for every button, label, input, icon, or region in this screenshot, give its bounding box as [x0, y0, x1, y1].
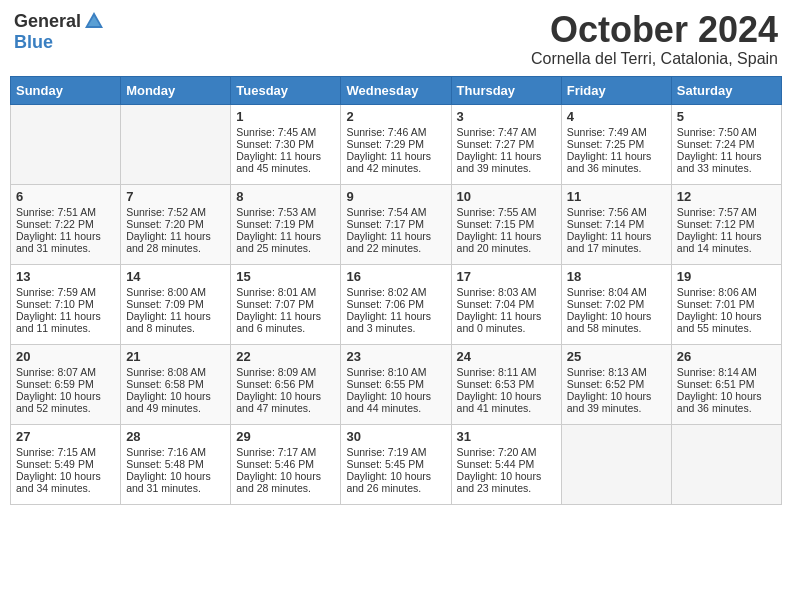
- sunrise-text: Sunrise: 8:06 AM: [677, 286, 776, 298]
- logo: General Blue: [14, 10, 105, 53]
- sunset-text: Sunset: 5:44 PM: [457, 458, 556, 470]
- sunrise-text: Sunrise: 7:53 AM: [236, 206, 335, 218]
- sunrise-text: Sunrise: 8:10 AM: [346, 366, 445, 378]
- sunrise-text: Sunrise: 7:45 AM: [236, 126, 335, 138]
- sunrise-text: Sunrise: 7:19 AM: [346, 446, 445, 458]
- calendar-cell: 19Sunrise: 8:06 AMSunset: 7:01 PMDayligh…: [671, 264, 781, 344]
- sunrise-text: Sunrise: 8:03 AM: [457, 286, 556, 298]
- daylight-text: Daylight: 11 hours and 25 minutes.: [236, 230, 335, 254]
- calendar-week-row: 20Sunrise: 8:07 AMSunset: 6:59 PMDayligh…: [11, 344, 782, 424]
- sunset-text: Sunset: 7:07 PM: [236, 298, 335, 310]
- day-number: 10: [457, 189, 556, 204]
- sunrise-text: Sunrise: 7:46 AM: [346, 126, 445, 138]
- day-number: 3: [457, 109, 556, 124]
- daylight-text: Daylight: 11 hours and 36 minutes.: [567, 150, 666, 174]
- daylight-text: Daylight: 10 hours and 28 minutes.: [236, 470, 335, 494]
- day-number: 28: [126, 429, 225, 444]
- calendar-cell: 26Sunrise: 8:14 AMSunset: 6:51 PMDayligh…: [671, 344, 781, 424]
- sunset-text: Sunset: 7:19 PM: [236, 218, 335, 230]
- daylight-text: Daylight: 11 hours and 6 minutes.: [236, 310, 335, 334]
- day-number: 19: [677, 269, 776, 284]
- sunset-text: Sunset: 6:58 PM: [126, 378, 225, 390]
- sunrise-text: Sunrise: 7:56 AM: [567, 206, 666, 218]
- calendar-cell: 16Sunrise: 8:02 AMSunset: 7:06 PMDayligh…: [341, 264, 451, 344]
- logo-general-text: General: [14, 11, 81, 32]
- day-number: 23: [346, 349, 445, 364]
- day-number: 16: [346, 269, 445, 284]
- daylight-text: Daylight: 10 hours and 49 minutes.: [126, 390, 225, 414]
- sunrise-text: Sunrise: 7:57 AM: [677, 206, 776, 218]
- calendar-week-row: 1Sunrise: 7:45 AMSunset: 7:30 PMDaylight…: [11, 104, 782, 184]
- calendar-cell: 15Sunrise: 8:01 AMSunset: 7:07 PMDayligh…: [231, 264, 341, 344]
- calendar-cell: 29Sunrise: 7:17 AMSunset: 5:46 PMDayligh…: [231, 424, 341, 504]
- calendar-cell: 4Sunrise: 7:49 AMSunset: 7:25 PMDaylight…: [561, 104, 671, 184]
- day-number: 20: [16, 349, 115, 364]
- month-title: October 2024: [531, 10, 778, 50]
- location-title: Cornella del Terri, Catalonia, Spain: [531, 50, 778, 68]
- sunset-text: Sunset: 7:09 PM: [126, 298, 225, 310]
- title-section: October 2024 Cornella del Terri, Catalon…: [531, 10, 778, 68]
- calendar-cell: [121, 104, 231, 184]
- daylight-text: Daylight: 11 hours and 14 minutes.: [677, 230, 776, 254]
- day-number: 2: [346, 109, 445, 124]
- calendar-cell: [671, 424, 781, 504]
- daylight-text: Daylight: 11 hours and 28 minutes.: [126, 230, 225, 254]
- calendar-cell: 8Sunrise: 7:53 AMSunset: 7:19 PMDaylight…: [231, 184, 341, 264]
- sunrise-text: Sunrise: 7:47 AM: [457, 126, 556, 138]
- daylight-text: Daylight: 11 hours and 22 minutes.: [346, 230, 445, 254]
- day-number: 8: [236, 189, 335, 204]
- daylight-text: Daylight: 11 hours and 20 minutes.: [457, 230, 556, 254]
- calendar-cell: [561, 424, 671, 504]
- sunset-text: Sunset: 5:46 PM: [236, 458, 335, 470]
- day-number: 26: [677, 349, 776, 364]
- calendar-cell: 13Sunrise: 7:59 AMSunset: 7:10 PMDayligh…: [11, 264, 121, 344]
- day-number: 18: [567, 269, 666, 284]
- sunrise-text: Sunrise: 8:09 AM: [236, 366, 335, 378]
- daylight-text: Daylight: 10 hours and 26 minutes.: [346, 470, 445, 494]
- daylight-text: Daylight: 10 hours and 44 minutes.: [346, 390, 445, 414]
- daylight-text: Daylight: 11 hours and 8 minutes.: [126, 310, 225, 334]
- day-number: 1: [236, 109, 335, 124]
- sunrise-text: Sunrise: 7:51 AM: [16, 206, 115, 218]
- calendar-cell: 1Sunrise: 7:45 AMSunset: 7:30 PMDaylight…: [231, 104, 341, 184]
- calendar-cell: 18Sunrise: 8:04 AMSunset: 7:02 PMDayligh…: [561, 264, 671, 344]
- calendar-table: SundayMondayTuesdayWednesdayThursdayFrid…: [10, 76, 782, 505]
- sunset-text: Sunset: 7:10 PM: [16, 298, 115, 310]
- calendar-cell: 30Sunrise: 7:19 AMSunset: 5:45 PMDayligh…: [341, 424, 451, 504]
- day-number: 25: [567, 349, 666, 364]
- calendar-cell: 20Sunrise: 8:07 AMSunset: 6:59 PMDayligh…: [11, 344, 121, 424]
- daylight-text: Daylight: 11 hours and 17 minutes.: [567, 230, 666, 254]
- calendar-cell: 17Sunrise: 8:03 AMSunset: 7:04 PMDayligh…: [451, 264, 561, 344]
- day-header: Tuesday: [231, 76, 341, 104]
- daylight-text: Daylight: 10 hours and 41 minutes.: [457, 390, 556, 414]
- calendar-week-row: 13Sunrise: 7:59 AMSunset: 7:10 PMDayligh…: [11, 264, 782, 344]
- sunset-text: Sunset: 6:56 PM: [236, 378, 335, 390]
- calendar-cell: 11Sunrise: 7:56 AMSunset: 7:14 PMDayligh…: [561, 184, 671, 264]
- calendar-week-row: 27Sunrise: 7:15 AMSunset: 5:49 PMDayligh…: [11, 424, 782, 504]
- sunrise-text: Sunrise: 7:59 AM: [16, 286, 115, 298]
- daylight-text: Daylight: 10 hours and 55 minutes.: [677, 310, 776, 334]
- daylight-text: Daylight: 10 hours and 31 minutes.: [126, 470, 225, 494]
- sunrise-text: Sunrise: 8:04 AM: [567, 286, 666, 298]
- calendar-week-row: 6Sunrise: 7:51 AMSunset: 7:22 PMDaylight…: [11, 184, 782, 264]
- sunrise-text: Sunrise: 7:16 AM: [126, 446, 225, 458]
- calendar-cell: 5Sunrise: 7:50 AMSunset: 7:24 PMDaylight…: [671, 104, 781, 184]
- sunset-text: Sunset: 6:53 PM: [457, 378, 556, 390]
- sunrise-text: Sunrise: 8:00 AM: [126, 286, 225, 298]
- day-number: 17: [457, 269, 556, 284]
- calendar-cell: 28Sunrise: 7:16 AMSunset: 5:48 PMDayligh…: [121, 424, 231, 504]
- day-number: 24: [457, 349, 556, 364]
- daylight-text: Daylight: 11 hours and 42 minutes.: [346, 150, 445, 174]
- day-number: 27: [16, 429, 115, 444]
- calendar-cell: 25Sunrise: 8:13 AMSunset: 6:52 PMDayligh…: [561, 344, 671, 424]
- calendar-cell: 22Sunrise: 8:09 AMSunset: 6:56 PMDayligh…: [231, 344, 341, 424]
- sunset-text: Sunset: 7:17 PM: [346, 218, 445, 230]
- sunset-text: Sunset: 7:02 PM: [567, 298, 666, 310]
- sunrise-text: Sunrise: 7:20 AM: [457, 446, 556, 458]
- day-header: Wednesday: [341, 76, 451, 104]
- daylight-text: Daylight: 10 hours and 47 minutes.: [236, 390, 335, 414]
- sunset-text: Sunset: 5:48 PM: [126, 458, 225, 470]
- day-number: 5: [677, 109, 776, 124]
- calendar-cell: 27Sunrise: 7:15 AMSunset: 5:49 PMDayligh…: [11, 424, 121, 504]
- day-number: 11: [567, 189, 666, 204]
